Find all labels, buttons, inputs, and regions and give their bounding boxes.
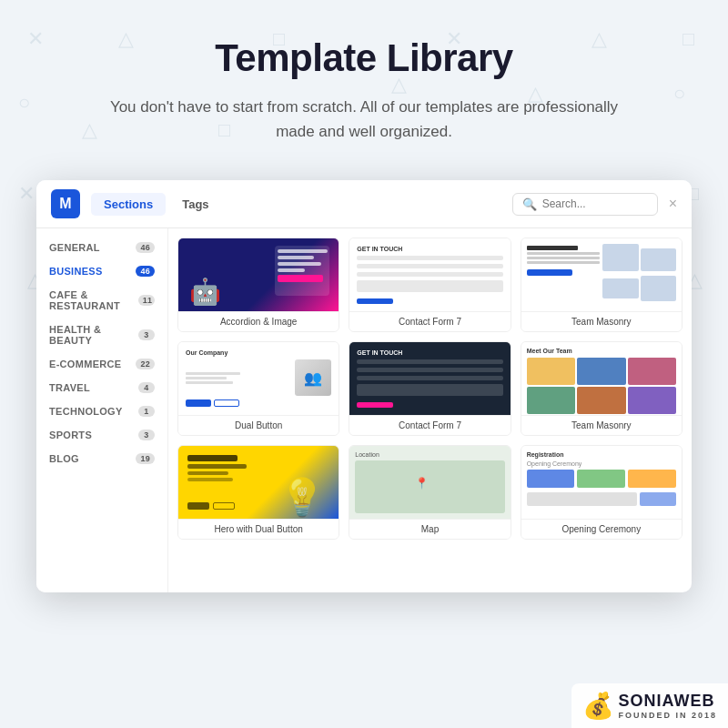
- sidebar-label-sports: SPORTS: [49, 430, 92, 440]
- close-button[interactable]: ×: [669, 197, 677, 211]
- sidebar-label-general: GENERAL: [49, 242, 100, 253]
- card-label-team-masonry-2: Team Masonry: [521, 415, 682, 435]
- preview-contact-title: GET IN TOUCH: [357, 246, 502, 252]
- template-card-team-masonry-2[interactable]: Meet Our Team Team Masonry: [521, 341, 682, 436]
- sidebar-badge-travel: 4: [138, 382, 155, 393]
- preview-field-2: [357, 264, 502, 268]
- page-title: Template Library: [55, 36, 673, 80]
- search-input[interactable]: [542, 197, 642, 210]
- sidebar-item-cafe[interactable]: CAFE & RESTAURANT 11: [36, 283, 167, 318]
- team2-photo-6: [628, 387, 676, 414]
- watermark-brand-name: SONIAWEB: [618, 692, 717, 711]
- preview-event-subtitle: Opening Ceremony: [527, 460, 676, 467]
- sidebar-badge-blog: 19: [136, 453, 155, 464]
- preview-map-area: 📍: [355, 460, 504, 513]
- template-card-map[interactable]: Location 📍 Map: [349, 445, 511, 540]
- search-bar[interactable]: 🔍: [512, 193, 658, 216]
- preview-hero-buttons: [187, 502, 235, 510]
- search-icon: 🔍: [522, 197, 537, 211]
- watermark: 💰 SONIAWEB FOUNDED IN 2018: [571, 683, 728, 728]
- team-photo-3: [602, 278, 638, 298]
- preview-event-row2: [527, 492, 676, 506]
- template-card-team-masonry-1[interactable]: Team Masonry: [521, 238, 682, 332]
- template-card-contact-light[interactable]: GET IN TOUCH Contact Form 7: [349, 238, 511, 332]
- preview-dual-image: 👥: [295, 359, 331, 396]
- preview-contact-light: GET IN TOUCH: [349, 238, 510, 311]
- sidebar-badge-cafe: 11: [138, 295, 155, 306]
- template-card-accordion[interactable]: 🤖 Accordion & Image: [177, 238, 339, 332]
- sidebar-item-business[interactable]: BUSINESS 46: [36, 259, 167, 283]
- preview-dual-buttons: [186, 399, 331, 407]
- preview-team2-title: Meet Our Team: [527, 348, 676, 354]
- template-card-hero-dual[interactable]: 💡 Hero with Dual Button: [177, 445, 339, 540]
- sidebar-label-travel: TRAVEL: [49, 382, 90, 393]
- preview-event-title: Registration: [527, 451, 676, 458]
- preview-event-row1: [527, 470, 676, 488]
- event-block-1: [527, 470, 575, 488]
- sidebar-item-travel[interactable]: TRAVEL 4: [36, 376, 167, 399]
- sidebar-label-health: HEALTH & BEAUTY: [49, 324, 138, 346]
- team-text-col: [527, 244, 601, 306]
- sidebar-item-ecommerce[interactable]: E-COMMERCE 22: [36, 352, 167, 376]
- preview-dual-content: [186, 372, 291, 384]
- preview-dual-btn-secondary: [214, 399, 239, 407]
- preview-team2: Meet Our Team: [521, 342, 682, 415]
- card-label-event: Opening Ceremony: [521, 519, 682, 539]
- sidebar-label-business: BUSINESS: [49, 266, 103, 277]
- watermark-logo: 💰 SONIAWEB FOUNDED IN 2018: [571, 683, 728, 728]
- team-photo-2: [641, 248, 676, 271]
- template-card-contact-dark[interactable]: GET IN TOUCH Contact Form 7: [349, 341, 511, 436]
- tab-tags[interactable]: Tags: [169, 193, 221, 216]
- preview-dual-row: 👥: [186, 359, 331, 396]
- sidebar-badge-ecommerce: 22: [136, 359, 155, 369]
- event-side-block: [640, 492, 676, 506]
- window-logo: M: [51, 189, 80, 218]
- preview-dark-field-2: [357, 368, 502, 372]
- window-content: GENERAL 46 BUSINESS 46 CAFE & RESTAURANT…: [36, 228, 692, 592]
- preview-hero-text: [187, 455, 247, 481]
- template-card-dual-button[interactable]: Our Company 👥: [177, 341, 339, 436]
- template-card-event[interactable]: Registration Opening Ceremony Ope: [521, 445, 682, 540]
- card-label-accordion: Accordion & Image: [178, 311, 339, 331]
- sidebar-item-general[interactable]: GENERAL 46: [36, 236, 167, 259]
- preview-hero-btn-secondary: [213, 502, 235, 510]
- preview-dark-submit: [357, 402, 393, 408]
- preview-field-1: [357, 256, 502, 260]
- preview-submit-btn: [357, 298, 393, 304]
- team2-photo-3: [628, 358, 676, 385]
- sidebar-label-blog: BLOG: [49, 453, 79, 464]
- preview-field-3: [357, 272, 502, 277]
- card-label-dual-button: Dual Button: [178, 415, 339, 435]
- preview-dual-btn-primary: [186, 399, 211, 407]
- sidebar-item-sports[interactable]: SPORTS 3: [36, 423, 167, 447]
- bulb-icon: 💡: [279, 476, 325, 519]
- app-window: M Sections Tags 🔍 × GENERAL 46 BUSINESS …: [36, 180, 692, 592]
- sidebar-badge-technology: 1: [138, 406, 155, 417]
- preview-dark-field-1: [357, 359, 502, 364]
- sidebar-item-blog[interactable]: BLOG 19: [36, 447, 167, 470]
- sidebar: GENERAL 46 BUSINESS 46 CAFE & RESTAURANT…: [36, 228, 168, 592]
- sidebar-item-technology[interactable]: TECHNOLOGY 1: [36, 399, 167, 423]
- sidebar-badge-sports: 3: [138, 430, 155, 440]
- robot-icon: 🤖: [189, 277, 221, 307]
- bg-icon-13: ✕: [18, 182, 35, 206]
- event-main-block: [527, 492, 637, 506]
- event-block-2: [577, 470, 625, 488]
- preview-dual-btn: Our Company 👥: [178, 342, 339, 415]
- header-section: Template Library You don't have to start…: [0, 0, 728, 162]
- watermark-text: SONIAWEB FOUNDED IN 2018: [618, 692, 717, 720]
- tab-sections[interactable]: Sections: [91, 193, 166, 216]
- preview-accordion: 🤖: [178, 238, 339, 311]
- map-pin-icon: 📍: [415, 477, 429, 490]
- card-label-contact-dark: Contact Form 7: [349, 415, 510, 435]
- sidebar-item-health[interactable]: HEALTH & BEAUTY 3: [36, 318, 167, 352]
- preview-map-title: Location: [355, 451, 504, 458]
- watermark-founded-text: FOUNDED IN 2018: [618, 711, 717, 720]
- preview-team-masonry: [521, 238, 682, 311]
- preview-event: Registration Opening Ceremony: [521, 446, 682, 519]
- preview-dark-field-4: [357, 384, 502, 396]
- watermark-icon: 💰: [582, 691, 614, 721]
- preview-dark-field-3: [357, 376, 502, 380]
- team-photos-col: [602, 244, 676, 306]
- team-photo-1: [602, 244, 638, 271]
